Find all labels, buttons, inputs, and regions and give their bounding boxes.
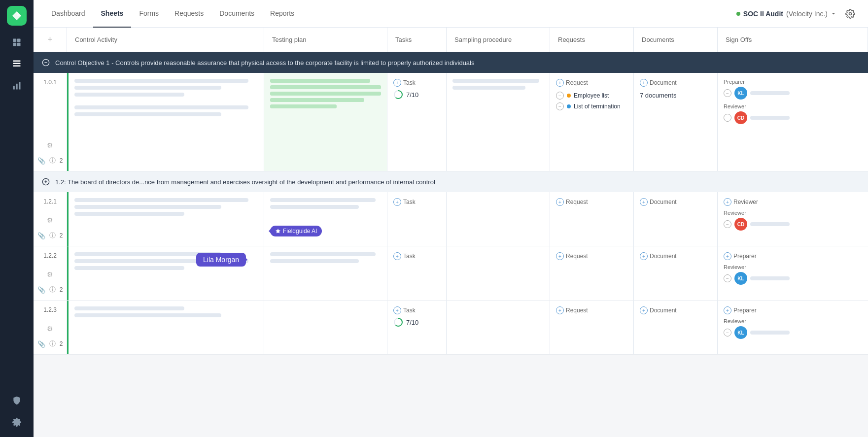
add-document-2[interactable]: + Document: [640, 198, 711, 206]
sidebar-item-charts[interactable]: [8, 77, 26, 95]
svg-rect-5: [13, 63, 21, 65]
svg-rect-7: [13, 86, 15, 90]
cell-documents-1: + Document 7 documents: [634, 73, 718, 171]
req-dot-2: [567, 104, 571, 108]
add-document-4[interactable]: + Document: [640, 306, 711, 314]
req-label-termination: List of termination: [574, 103, 621, 110]
sidebar-item-dashboard[interactable]: [8, 34, 26, 51]
add-doc-plus-1: +: [640, 79, 648, 87]
add-doc-label-2: Document: [650, 199, 677, 205]
a-skel-1: [74, 198, 248, 202]
audit-name: SOC II Audit: [743, 10, 783, 18]
test-line-5: [270, 104, 337, 108]
task-progress-icon-1: [393, 90, 403, 100]
add-request-1[interactable]: + Request: [556, 79, 627, 87]
add-req-plus-4: +: [556, 306, 564, 314]
objective-row-1[interactable]: Control Objective 1 - Controls provide r…: [34, 52, 868, 73]
reviewer-add-row-2: + Reviewer: [724, 198, 862, 206]
add-doc-plus-4: +: [640, 306, 648, 314]
add-request-2[interactable]: + Request: [556, 198, 627, 206]
cell-tasks-4: + Task 7/10: [387, 301, 447, 354]
preparer-minus-1[interactable]: −: [724, 89, 731, 97]
reviewer-minus-1[interactable]: −: [724, 114, 731, 122]
add-document-1[interactable]: + Document: [640, 79, 711, 87]
add-doc-label-1: Document: [650, 79, 677, 86]
footer-count-3: 2: [60, 286, 63, 293]
cell-documents-3: + Document: [634, 246, 718, 300]
tab-sheets[interactable]: Sheets: [93, 0, 132, 28]
row-gear-4[interactable]: ⚙: [47, 325, 53, 333]
tab-reports[interactable]: Reports: [262, 0, 302, 28]
add-reviewer-btn-2[interactable]: + Reviewer: [724, 198, 758, 206]
row-gear-2[interactable]: ⚙: [47, 216, 53, 224]
topnav: Dashboard Sheets Forms Requests Document…: [34, 0, 868, 28]
minus-icon-1[interactable]: −: [556, 92, 564, 100]
add-task-1[interactable]: + Task: [393, 79, 440, 87]
reviewer-minus-4[interactable]: −: [724, 329, 731, 336]
add-task-3[interactable]: + Task: [393, 252, 440, 260]
settings-icon[interactable]: [842, 6, 858, 22]
reviewer-minus-3[interactable]: −: [724, 274, 731, 282]
tab-forms[interactable]: Forms: [131, 0, 167, 28]
add-preparer-btn-3[interactable]: + Preparer: [724, 252, 757, 260]
row-number-4: 1.2.3: [43, 306, 57, 313]
minus-icon-2[interactable]: −: [556, 102, 564, 110]
add-preparer-plus-3: +: [724, 252, 731, 260]
cell-requests-3: + Request: [550, 246, 634, 300]
t3-skel-2: [270, 259, 359, 263]
collapse-icon-1[interactable]: [41, 58, 50, 67]
reviewer-label-4: Reviewer: [724, 318, 862, 324]
tab-requests[interactable]: Requests: [167, 0, 211, 28]
skeleton-2: [74, 86, 221, 90]
add-task-label-1: Task: [403, 79, 416, 86]
row-gear-1[interactable]: ⚙: [47, 141, 53, 149]
a-skel-2: [74, 205, 221, 209]
cell-signoffs-1: Preparer − KL Reviewer − CD: [718, 73, 868, 171]
cell-sampling-4: [447, 301, 550, 354]
row-number-2: 1.2.1: [43, 198, 57, 205]
objective-row-2[interactable]: 1.2: The board of directors de...nce fro…: [34, 171, 868, 192]
add-doc-label-3: Document: [650, 253, 677, 260]
req-dot-1: [567, 94, 571, 98]
add-preparer-label-4: Preparer: [733, 307, 757, 314]
logo[interactable]: [7, 6, 27, 26]
add-request-3[interactable]: + Request: [556, 252, 627, 260]
reviewer-name-skel-4: [750, 331, 790, 335]
audit-badge[interactable]: SOC II Audit (Velocity Inc.): [736, 10, 836, 18]
col-header-sampling-procedure: Sampling procedure: [447, 28, 550, 52]
cell-activity-4: [67, 301, 264, 354]
cell-tasks-1: + Task 7/10: [387, 73, 447, 171]
svg-rect-8: [16, 84, 17, 90]
reviewer-minus-2[interactable]: −: [724, 220, 731, 228]
row-gear-3[interactable]: ⚙: [47, 270, 53, 278]
add-req-plus-2: +: [556, 198, 564, 206]
add-document-3[interactable]: + Document: [640, 252, 711, 260]
info-icon-3: ⓘ: [49, 285, 56, 294]
task-count-4: 7/10: [406, 319, 418, 326]
preparer-section-1: Preparer − KL: [724, 79, 862, 100]
test-line-4: [270, 98, 364, 102]
add-task-2[interactable]: + Task: [393, 198, 440, 206]
sidebar: [0, 0, 34, 437]
sidebar-item-shield[interactable]: [8, 392, 26, 409]
task-progress-icon-4: [393, 317, 403, 327]
ai-chip[interactable]: Fieldguide AI: [270, 226, 322, 236]
add-task-4[interactable]: + Task: [393, 306, 440, 314]
add-preparer-btn-4[interactable]: + Preparer: [724, 306, 757, 314]
add-task-plus-4: +: [393, 306, 401, 314]
objective-label-2: 1.2: The board of directors de...nce fro…: [55, 178, 435, 186]
objective-label-1: Control Objective 1 - Controls provide r…: [55, 59, 474, 67]
add-column-button[interactable]: +: [34, 28, 67, 52]
preparer-label-1: Preparer: [724, 79, 862, 85]
add-request-label-1: Request: [566, 79, 588, 86]
add-doc-plus-3: +: [640, 252, 648, 260]
expand-icon-2[interactable]: [41, 177, 50, 186]
skeleton-1: [74, 79, 248, 83]
sidebar-item-sheets[interactable]: [8, 55, 26, 73]
main-content: Dashboard Sheets Forms Requests Document…: [34, 0, 868, 437]
tab-documents[interactable]: Documents: [211, 0, 262, 28]
preparer-row-1: − KL: [724, 87, 862, 100]
tab-dashboard[interactable]: Dashboard: [43, 0, 93, 28]
add-request-4[interactable]: + Request: [556, 306, 627, 314]
sidebar-item-settings[interactable]: [8, 413, 26, 431]
